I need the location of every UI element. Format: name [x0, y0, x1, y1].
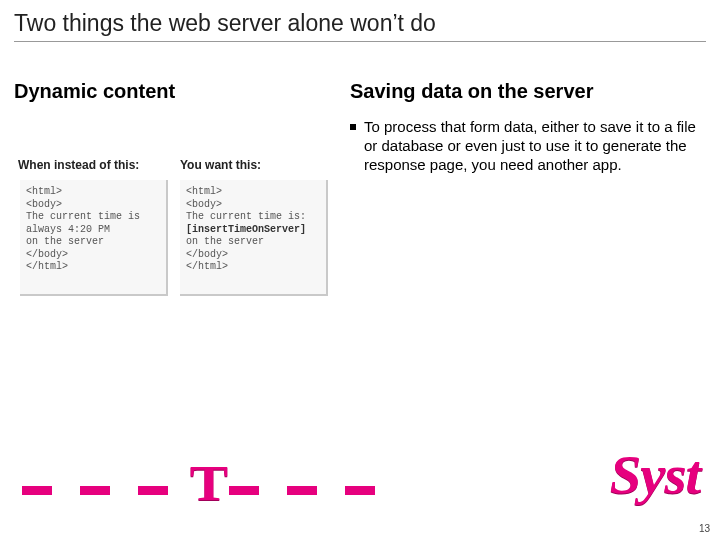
slide-title: Two things the web server alone won’t do — [14, 10, 706, 42]
brand-logo: T Syst — [22, 448, 698, 494]
page-number: 13 — [699, 523, 710, 534]
brand-dash-icon — [229, 486, 259, 495]
code-label-before: When instead of this: — [18, 158, 139, 172]
brand-dash-icon — [138, 486, 168, 495]
brand-dash-icon — [287, 486, 317, 495]
brand-dash-icon — [22, 486, 52, 495]
brand-dash-row: T — [22, 468, 403, 512]
right-bullet-item: To process that form data, either to sav… — [350, 118, 702, 174]
left-column-heading: Dynamic content — [14, 80, 175, 103]
brand-dash-icon — [345, 486, 375, 495]
brand-wordmark: Syst — [610, 444, 700, 506]
brand-t-icon: T — [190, 454, 226, 512]
code-label-after: You want this: — [180, 158, 261, 172]
right-column-heading: Saving data on the server — [350, 80, 593, 103]
brand-dash-icon — [80, 486, 110, 495]
right-bullet-text: To process that form data, either to sav… — [364, 118, 702, 174]
bullet-square-icon — [350, 124, 356, 130]
code-dyn-bold: [insertTimeOnServer] — [186, 224, 306, 235]
code-dyn-post: on the server </body> </html> — [186, 236, 264, 272]
code-dyn-pre: <html> <body> The current time is: — [186, 186, 306, 222]
code-box-static: <html> <body> The current time is always… — [20, 180, 168, 296]
code-box-dynamic: <html> <body> The current time is: [inse… — [180, 180, 328, 296]
